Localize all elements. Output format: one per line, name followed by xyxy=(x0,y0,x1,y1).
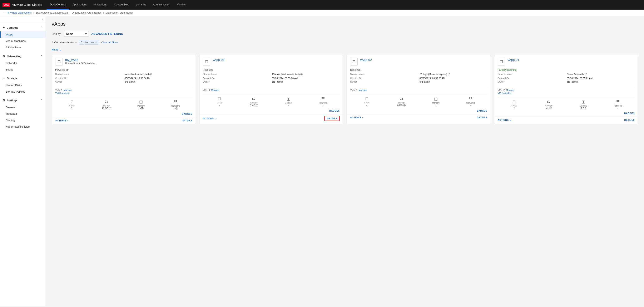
resource-storage-my-vapp: 🗂 Storage 11 GB ⓘ xyxy=(90,100,123,110)
actions-button-vapp03[interactable]: ACTIONS ⌄ xyxy=(203,117,216,120)
vapp-icon-vapp02: ❐ xyxy=(350,58,358,66)
sidebar-collapse[interactable]: « xyxy=(0,16,46,23)
cpu-icon-02: ⎕ xyxy=(350,97,384,101)
resource-memory-my-vapp: ◫ Memory 1 GB xyxy=(124,100,158,110)
card-title-my-vapp[interactable]: my_vApp xyxy=(65,58,192,62)
cpu-icon: ⎕ xyxy=(55,100,88,104)
nav-item-applications[interactable]: Applications xyxy=(69,0,90,10)
settings-chevron: ⌃ xyxy=(40,99,42,102)
details-button-vapp03[interactable]: DETAILS xyxy=(324,116,340,121)
advanced-filtering-button[interactable]: ADVANCED FILTERING xyxy=(91,32,123,36)
details-button-vapp02[interactable]: DETAILS xyxy=(477,116,487,119)
resource-memory-vapp02: ◫ Memory - xyxy=(419,97,453,107)
clear-filters-button[interactable]: Clear all filters xyxy=(101,41,118,44)
sidebar-item-storage-policies[interactable]: Storage Policies xyxy=(0,88,46,95)
networking-label: Networking xyxy=(7,55,22,58)
sidebar-item-affinity-rules[interactable]: Affinity Rules xyxy=(0,44,46,51)
card-footer-vapp03: ACTIONS ⌄ DETAILS xyxy=(200,114,343,123)
actions-button-vapp02[interactable]: ACTIONS ⌄ xyxy=(350,116,364,119)
breadcrumb-org: Organization: Organization xyxy=(72,11,102,14)
vm-consoles-link-my-vapp[interactable]: VM Consoles xyxy=(55,92,69,94)
manage-link-vapp03[interactable]: Manage xyxy=(211,89,220,91)
storage-icon-02: 🗂 xyxy=(385,97,418,101)
new-button[interactable]: NEW ⌄ xyxy=(52,48,62,51)
storage-icon: ☰ xyxy=(2,77,5,80)
networks-icon: ☷ xyxy=(159,100,192,104)
vms-value-vapp01: 2 xyxy=(504,89,505,91)
details-button-my-vapp[interactable]: DETAILS xyxy=(182,119,192,122)
vapp-icon-vapp03: ❐ xyxy=(203,58,210,66)
resource-cpu-vapp02: ⎕ CPUs - xyxy=(350,97,384,107)
badges-button-my-vapp[interactable]: BADGES xyxy=(182,113,192,115)
owner-value-03: org_admin xyxy=(272,80,340,83)
sidebar-item-kubernetes-policies[interactable]: Kubernetes Policies xyxy=(0,123,46,130)
vapps-grid: ❐ my_vApp Ubuntu Server 24.04 vcd-ch-...… xyxy=(52,55,638,124)
top-navigation: vmw VMware Cloud Director Data Centers A… xyxy=(0,0,644,10)
card-title-vapp02[interactable]: vApp-02 xyxy=(360,58,487,62)
results-count: 4 Virtual Applications xyxy=(52,41,77,44)
sidebar-item-sharing[interactable]: Sharing xyxy=(0,117,46,123)
vapp-icon-my-vapp: ❐ xyxy=(55,58,63,66)
actions-chevron-icon: ⌄ xyxy=(67,119,69,122)
resource-cpu-vapp03: ⎕ CPUs - xyxy=(203,97,236,107)
vm-consoles-link-vapp01[interactable]: VM Consoles xyxy=(498,92,511,94)
details-button-vapp01[interactable]: DETAILS xyxy=(624,119,634,121)
storage-lease-label: Storage lease xyxy=(55,73,123,76)
back-arrow-icon: ← xyxy=(3,11,6,14)
card-title-vapp03[interactable]: vApp-03 xyxy=(213,58,340,62)
vms-label-my-vapp: VMs xyxy=(55,89,60,91)
nav-item-libraries[interactable]: Libraries xyxy=(132,0,150,10)
sidebar-section-header-settings[interactable]: ⚙ Settings ⌃ xyxy=(0,97,46,104)
owner-label-03: Owner xyxy=(203,80,270,83)
card-body-vapp03: Resolved Storage lease 25 days (Marks as… xyxy=(200,68,343,85)
badges-button-vapp03[interactable]: BADGES xyxy=(329,110,340,112)
resource-networks-vapp03: ☷ Networks - xyxy=(306,97,340,107)
created-on-label-01: Created On xyxy=(498,77,566,80)
storage-icon-01: 🗂 xyxy=(532,100,566,104)
find-by-select[interactable]: Name Owner Description xyxy=(64,31,89,37)
sidebar-section-storage: ☰ Storage ⌃ Named Disks Storage Policies xyxy=(0,74,46,96)
manage-link-vapp01[interactable]: Manage xyxy=(506,89,514,91)
badges-button-vapp01[interactable]: BADGES xyxy=(624,112,634,115)
actions-button-my-vapp[interactable]: ACTIONS ⌄ xyxy=(55,119,69,122)
memory-icon-01: ◫ xyxy=(567,100,600,104)
sidebar-item-metadata[interactable]: Metadata xyxy=(0,111,46,117)
sidebar-item-networks[interactable]: Networks xyxy=(0,60,46,66)
nav-item-datacenters[interactable]: Data Centers xyxy=(46,0,69,10)
back-link[interactable]: ← All Virtual data centers xyxy=(3,11,32,14)
badges-button-vapp02[interactable]: BADGES xyxy=(477,110,487,112)
nav-item-networking[interactable]: Networking xyxy=(90,0,111,10)
sidebar-item-vapps[interactable]: vApps xyxy=(0,31,46,38)
sidebar-section-header-networking[interactable]: ⊕ Networking ⌃ xyxy=(0,52,46,60)
results-row: 4 Virtual Applications Expired: No ✕ Cle… xyxy=(52,40,638,45)
resource-networks-vapp01: ☷ Networks - xyxy=(601,100,634,110)
remove-filter-icon[interactable]: ✕ xyxy=(95,41,97,44)
resources-grid-vapp01: ⎕ CPUs 2 🗂 Storage 52 GB ◫ Memory 2 xyxy=(498,100,635,110)
networks-icon-03: ☷ xyxy=(306,97,340,101)
vms-label-vapp03: VMs xyxy=(203,89,207,91)
card-body-vapp01: Partially Running Runtime lease Never Su… xyxy=(494,68,638,85)
nav-item-contenthub[interactable]: Content Hub xyxy=(111,0,132,10)
nav-item-administration[interactable]: Administration xyxy=(150,0,174,10)
card-title-vapp01[interactable]: vApp-01 xyxy=(508,58,635,62)
storage-resource-icon: 🗂 xyxy=(90,100,123,104)
actions-button-vapp01[interactable]: ACTIONS ⌄ xyxy=(498,118,512,121)
storage-lease-label-02: Storage lease xyxy=(350,73,418,76)
storage-label: Storage xyxy=(7,77,17,80)
collapse-icon[interactable]: « xyxy=(42,18,44,21)
sidebar-item-edges[interactable]: Edges xyxy=(0,66,46,73)
compute-icon: ✦ xyxy=(2,26,5,29)
resource-networks-vapp02: ☷ Networks - xyxy=(454,97,487,107)
sidebar-item-virtual-machines[interactable]: Virtual Machines xyxy=(0,38,46,44)
card-status-vapp01: Partially Running xyxy=(498,68,635,71)
card-status-vapp03: Resolved xyxy=(203,68,340,71)
sidebar-section-header-storage[interactable]: ☰ Storage ⌃ xyxy=(0,75,46,82)
sidebar-item-general[interactable]: General xyxy=(0,104,46,111)
sidebar-item-named-disks[interactable]: Named Disks xyxy=(0,82,46,88)
manage-link-vapp02[interactable]: Manage xyxy=(358,89,367,91)
manage-link-my-vapp[interactable]: Manage xyxy=(64,89,72,91)
settings-icon: ⚙ xyxy=(2,99,5,102)
card-body-my-vapp: Powered off Storage lease Never Marks as… xyxy=(52,68,196,85)
nav-item-monitor[interactable]: Monitor xyxy=(174,0,189,10)
sidebar-section-header-compute[interactable]: ✦ Compute ⌃ xyxy=(0,24,46,31)
